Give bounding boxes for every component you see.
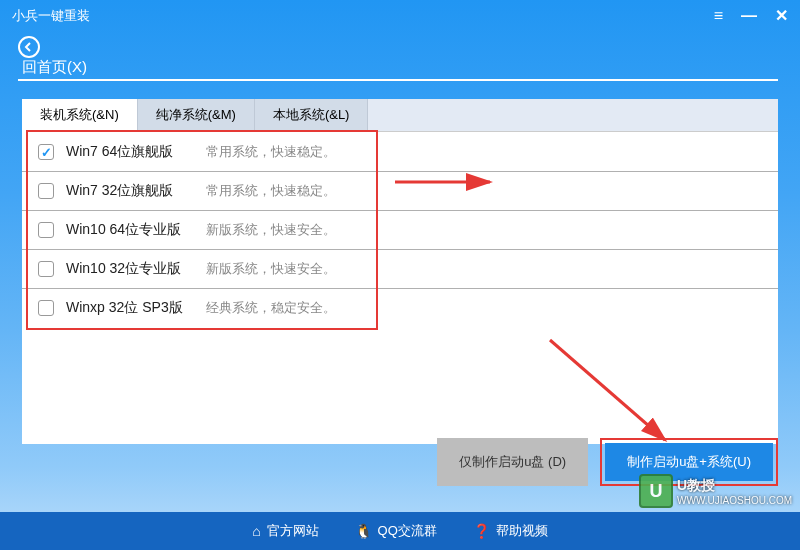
watermark-url: WWW.UJIAOSHOU.COM	[677, 495, 792, 506]
system-name: Win7 32位旗舰版	[66, 182, 206, 200]
list-item[interactable]: Win10 64位专业版 新版系统，快速安全。	[22, 211, 778, 250]
tab-local-system[interactable]: 本地系统(&L)	[255, 99, 369, 131]
help-icon: ❓	[473, 523, 490, 539]
system-name: Win7 64位旗舰版	[66, 143, 206, 161]
list-item[interactable]: Win7 64位旗舰版 常用系统，快速稳定。	[22, 133, 778, 172]
checkbox[interactable]	[38, 261, 54, 277]
back-arrow-icon	[18, 36, 40, 58]
back-label: 回首页(X)	[22, 58, 87, 75]
footer-qq-group[interactable]: 🐧 QQ交流群	[355, 522, 437, 540]
titlebar: 小兵一键重装 ≡ — ✕	[0, 0, 800, 32]
checkbox[interactable]	[38, 183, 54, 199]
menu-icon[interactable]: ≡	[714, 8, 723, 24]
footer: ⌂ 官方网站 🐧 QQ交流群 ❓ 帮助视频	[0, 512, 800, 550]
footer-help[interactable]: ❓ 帮助视频	[473, 522, 548, 540]
system-name: Winxp 32位 SP3版	[66, 299, 206, 317]
watermark: U U教授 WWW.UJIAOSHOU.COM	[639, 474, 792, 508]
content-panel: 装机系统(&N) 纯净系统(&M) 本地系统(&L) Win7 64位旗舰版 常…	[22, 99, 778, 444]
tabs: 装机系统(&N) 纯净系统(&M) 本地系统(&L)	[22, 99, 778, 132]
tab-install-system[interactable]: 装机系统(&N)	[22, 99, 138, 132]
footer-label: 官方网站	[267, 522, 319, 540]
qq-icon: 🐧	[355, 523, 372, 539]
system-desc: 常用系统，快速稳定。	[206, 143, 336, 161]
system-desc: 新版系统，快速安全。	[206, 260, 336, 278]
footer-label: 帮助视频	[496, 522, 548, 540]
tab-pure-system[interactable]: 纯净系统(&M)	[138, 99, 255, 131]
watermark-badge: U	[639, 474, 673, 508]
system-list: Win7 64位旗舰版 常用系统，快速稳定。 Win7 32位旗舰版 常用系统，…	[22, 133, 778, 327]
list-item[interactable]: Win7 32位旗舰版 常用系统，快速稳定。	[22, 172, 778, 211]
list-item[interactable]: Winxp 32位 SP3版 经典系统，稳定安全。	[22, 289, 778, 327]
minimize-button[interactable]: —	[741, 8, 757, 24]
checkbox[interactable]	[38, 144, 54, 160]
footer-label: QQ交流群	[378, 522, 437, 540]
window-controls: ≡ — ✕	[714, 8, 788, 24]
checkbox[interactable]	[38, 300, 54, 316]
system-name: Win10 64位专业版	[66, 221, 206, 239]
app-window: 小兵一键重装 ≡ — ✕ 回首页(X) 装机系统(&N) 纯净系统(&M) 本地…	[0, 0, 800, 550]
back-nav[interactable]: 回首页(X)	[0, 32, 800, 89]
home-icon: ⌂	[252, 523, 260, 539]
close-button[interactable]: ✕	[775, 8, 788, 24]
make-boot-only-button[interactable]: 仅制作启动u盘 (D)	[437, 438, 588, 486]
list-item[interactable]: Win10 32位专业版 新版系统，快速安全。	[22, 250, 778, 289]
system-name: Win10 32位专业版	[66, 260, 206, 278]
checkbox[interactable]	[38, 222, 54, 238]
system-desc: 经典系统，稳定安全。	[206, 299, 336, 317]
app-title: 小兵一键重装	[12, 7, 90, 25]
system-desc: 新版系统，快速安全。	[206, 221, 336, 239]
watermark-brand: U教授	[677, 477, 792, 495]
footer-website[interactable]: ⌂ 官方网站	[252, 522, 318, 540]
system-desc: 常用系统，快速稳定。	[206, 182, 336, 200]
